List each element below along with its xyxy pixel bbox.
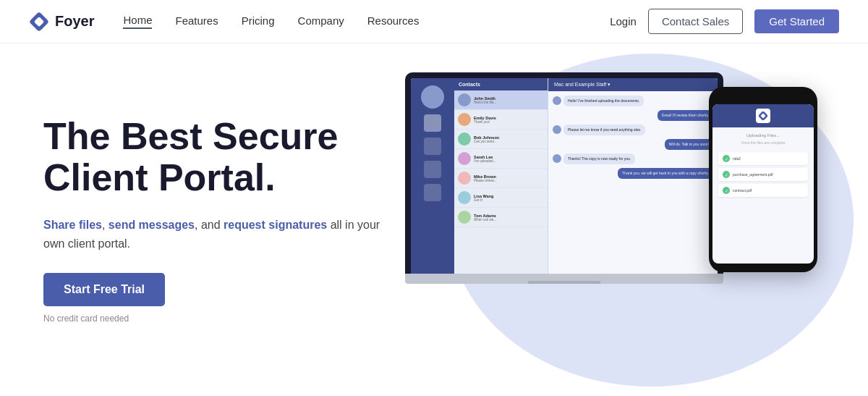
file-check-icon: ✓: [723, 187, 730, 194]
phone-logo-icon: [759, 111, 767, 120]
phone-notch: [745, 96, 781, 101]
nav-resources[interactable]: Resources: [367, 14, 420, 28]
contact-info: Emily Davis Thank you!: [474, 116, 544, 124]
phone-mockup: Uploading Files... Once the files are co…: [709, 87, 817, 272]
hero-sub-share: Share files: [43, 219, 102, 231]
phone-logo: [756, 109, 770, 123]
phone-outer: Uploading Files... Once the files are co…: [709, 87, 817, 272]
app-sidebar: [411, 78, 454, 274]
chat-message: Will do. Talk to you soon!: [665, 139, 713, 150]
contact-info: Bob Johnson Can you send...: [474, 135, 544, 143]
laptop-screen-inner: Contacts John Smith Here's the file...: [411, 78, 718, 274]
contact-preview: Got it!: [474, 198, 544, 202]
no-credit-card-text: No credit card needed: [43, 313, 391, 324]
contact-item[interactable]: Tom Adams When can we...: [454, 208, 548, 227]
hero-heading: The Best Secure Client Portal.: [43, 116, 391, 198]
file-check-icon: ✓: [723, 155, 730, 162]
contact-item[interactable]: Lisa Wang Got it!: [454, 188, 548, 208]
chat-message: Thanks! The copy is now ready for you.: [563, 153, 635, 164]
contact-sales-button[interactable]: Contact Sales: [648, 9, 743, 34]
message-avatar: [553, 96, 561, 105]
contact-avatar: [458, 211, 471, 224]
nav-pricing[interactable]: Pricing: [242, 14, 275, 28]
nav-home[interactable]: Home: [123, 14, 152, 29]
hero-section: The Best Secure Client Portal. Share fil…: [0, 43, 868, 396]
contact-info: Sarah Lee I've uploaded...: [474, 155, 544, 163]
hero-sub-signatures: request signatures: [224, 219, 327, 231]
phone-upload-sub: Once the files are complete: [718, 140, 808, 145]
laptop-screen-outer: Contacts John Smith Here's the file...: [405, 72, 723, 274]
chat-message: Hello! I've finished uploading the docum…: [563, 96, 644, 106]
chat-header: Mac and Example Staff ▾: [548, 78, 718, 91]
phone-upload-title: Uploading Files...: [718, 133, 808, 138]
app-contacts: Contacts John Smith Here's the file...: [454, 78, 548, 274]
nav-right: Login Contact Sales Get Started: [610, 9, 839, 34]
contact-preview: Here's the file...: [474, 101, 544, 104]
nav-company[interactable]: Company: [298, 14, 344, 28]
phone-content: Uploading Files... Once the files are co…: [712, 127, 814, 264]
chat-message: Please let me know if you need anything …: [563, 125, 645, 135]
contact-info: John Smith Here's the file...: [474, 96, 544, 104]
file-check-icon: ✓: [723, 171, 730, 178]
laptop-base: [405, 274, 723, 284]
contact-item[interactable]: Emily Davis Thank you!: [454, 110, 548, 130]
message-row: Hello! I've finished uploading the docum…: [553, 96, 713, 106]
contact-item[interactable]: John Smith Here's the file...: [454, 90, 548, 110]
contact-item[interactable]: Bob Johnson Can you send...: [454, 130, 548, 149]
chat-title: Mac and Example Staff ▾: [554, 82, 610, 88]
hero-sub-and: and: [201, 219, 224, 231]
hero-content: The Best Secure Client Portal. Share fil…: [43, 116, 391, 324]
contact-item[interactable]: Sarah Lee I've uploaded...: [454, 149, 548, 169]
nav-links: Home Features Pricing Company Resources: [123, 14, 610, 29]
contact-avatar: [458, 172, 471, 185]
sidebar-icon-4: [424, 184, 441, 201]
hero-devices: Contacts John Smith Here's the file...: [391, 43, 839, 396]
laptop-mockup: Contacts John Smith Here's the file...: [405, 72, 723, 284]
contact-item[interactable]: Mike Brown Please review...: [454, 169, 548, 188]
hero-subtext: Share files, send messages, and request …: [43, 216, 391, 253]
file-name: nda2: [733, 156, 741, 161]
contact-preview: When can we...: [474, 218, 544, 222]
contact-info: Tom Adams When can we...: [474, 214, 544, 222]
nav-features[interactable]: Features: [175, 14, 218, 28]
start-trial-button[interactable]: Start Free Trial: [43, 273, 165, 306]
hero-sub-messages: send messages: [109, 219, 195, 231]
message-row: Thanks! The copy is now ready for you.: [553, 153, 713, 164]
phone-header: [712, 104, 814, 127]
sidebar-icon-2: [424, 138, 441, 155]
get-started-button[interactable]: Get Started: [754, 9, 839, 33]
contact-info: Lisa Wang Got it!: [474, 194, 544, 202]
logo-text: Foyer: [55, 13, 94, 30]
contact-avatar: [458, 132, 471, 146]
phone-file-item: ✓ nda2: [718, 152, 808, 165]
laptop-base-bar: [528, 281, 600, 284]
phone-file-item: ✓ purchase_agreement.pdf: [718, 168, 808, 181]
contact-avatar: [458, 93, 471, 106]
sidebar-avatar: [421, 85, 444, 109]
contact-avatar: [458, 152, 471, 165]
message-row: Please let me know if you need anything …: [553, 125, 713, 135]
chat-message: Thank you, we will get back to you with …: [618, 168, 713, 179]
message-avatar: [553, 125, 561, 134]
contact-preview: Thank you!: [474, 120, 544, 124]
login-button[interactable]: Login: [610, 15, 637, 28]
contact-preview: I've uploaded...: [474, 159, 544, 163]
message-avatar: [553, 154, 561, 163]
contact-info: Mike Brown Please review...: [474, 174, 544, 182]
app-chat: Mac and Example Staff ▾ Hello! I've fini…: [548, 78, 718, 274]
sidebar-icon-3: [424, 161, 441, 178]
file-name: purchase_agreement.pdf: [733, 172, 773, 177]
contact-avatar: [458, 191, 471, 204]
logo[interactable]: Foyer: [29, 12, 94, 32]
contact-preview: Please review...: [474, 179, 544, 182]
phone-screen: Uploading Files... Once the files are co…: [712, 104, 814, 264]
chat-messages: Hello! I've finished uploading the docum…: [548, 91, 718, 274]
navbar: Foyer Home Features Pricing Company Reso…: [0, 0, 868, 43]
phone-file-item: ✓ contract.pdf: [718, 184, 808, 197]
file-name: contract.pdf: [733, 188, 752, 193]
sidebar-icon-1: [424, 114, 441, 132]
chat-message: Great! I'll review them shortly.: [658, 110, 713, 121]
contact-preview: Can you send...: [474, 140, 544, 143]
contacts-header: Contacts: [454, 78, 548, 90]
contact-avatar: [458, 113, 471, 126]
